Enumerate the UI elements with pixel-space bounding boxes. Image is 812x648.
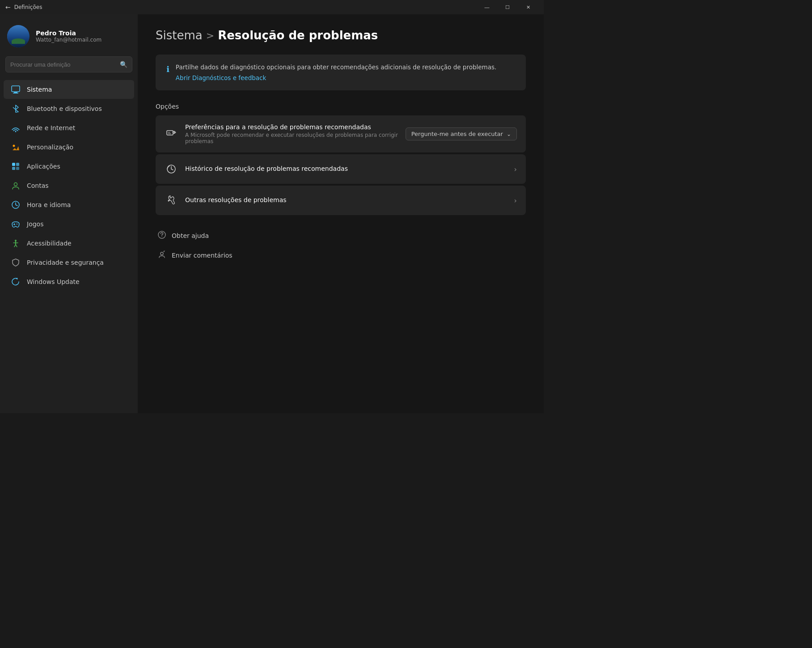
minimize-button[interactable]: —: [477, 0, 497, 14]
sidebar-item-label-privacidade: Privacidade e segurança: [27, 259, 104, 266]
search-box[interactable]: 🔍: [5, 56, 132, 72]
sidebar-item-label-acessibilidade: Acessibilidade: [27, 240, 72, 247]
obter-ajuda-link[interactable]: Obter ajuda: [156, 228, 526, 244]
app-title: Definições: [14, 4, 42, 10]
dropdown-arrow-icon: ⌄: [507, 131, 511, 137]
enviar-comentarios-link[interactable]: Enviar comentários: [156, 247, 526, 263]
privacy-icon: [11, 258, 21, 267]
option-subtitle-preferencias: A Microsoft pode recomendar e executar r…: [185, 132, 398, 144]
dropdown-value-preferencias: Pergunte-me antes de executar: [411, 131, 503, 137]
info-link[interactable]: Abrir Diagnósticos e feedback: [176, 74, 496, 81]
option-card-preferencias: Preferências para a resolução de problem…: [156, 115, 526, 152]
sidebar-item-sistema[interactable]: Sistema: [4, 80, 134, 99]
svg-rect-7: [12, 167, 15, 170]
user-email: Watto_fan@hotmail.com: [36, 37, 131, 43]
option-card-historico: Histórico de resolução de problemas reco…: [156, 154, 526, 184]
option-row-historico[interactable]: Histórico de resolução de problemas reco…: [156, 154, 526, 184]
close-button[interactable]: ✕: [518, 0, 538, 14]
sidebar: Pedro Troia Watto_fan@hotmail.com 🔍 Sist…: [0, 14, 138, 413]
sidebar-item-label-hora: Hora e idioma: [27, 201, 71, 208]
svg-point-18: [161, 236, 162, 237]
sidebar-item-update[interactable]: Windows Update: [4, 272, 134, 291]
section-title: Opções: [156, 103, 526, 110]
sidebar-item-label-personalizacao: Personalização: [27, 144, 73, 151]
user-profile[interactable]: Pedro Troia Watto_fan@hotmail.com: [0, 14, 138, 56]
content-area: Sistema > Resolução de problemas ℹ Parti…: [138, 14, 544, 413]
accessibility-icon: [11, 238, 21, 248]
option-row-outras[interactable]: Outras resoluções de problemas ›: [156, 186, 526, 215]
info-icon: ℹ: [166, 64, 169, 81]
help-icon: [157, 230, 166, 241]
history-icon: [165, 162, 178, 176]
app-container: Pedro Troia Watto_fan@hotmail.com 🔍 Sist…: [0, 14, 544, 413]
preferences-dropdown[interactable]: Pergunte-me antes de executar ⌄: [406, 127, 517, 140]
tools-icon: [165, 194, 178, 207]
sidebar-item-aplicacoes[interactable]: Aplicações: [4, 157, 134, 176]
personalization-icon: [11, 142, 21, 152]
sidebar-item-rede[interactable]: Rede e Internet: [4, 119, 134, 137]
bottom-actions: Obter ajuda Enviar comentários: [156, 228, 526, 263]
svg-rect-14: [167, 131, 173, 135]
option-text-outras: Outras resoluções de problemas: [185, 196, 507, 205]
option-row-preferencias[interactable]: Preferências para a resolução de problem…: [156, 115, 526, 152]
sidebar-item-label-aplicacoes: Aplicações: [27, 163, 60, 170]
breadcrumb-current: Resolução de problemas: [218, 29, 378, 42]
option-text-historico: Histórico de resolução de problemas reco…: [185, 165, 507, 174]
time-icon: [11, 200, 21, 210]
maximize-button[interactable]: ☐: [497, 0, 518, 14]
sidebar-item-label-rede: Rede e Internet: [27, 124, 75, 131]
svg-rect-5: [12, 163, 15, 166]
titlebar-controls: — ☐ ✕: [477, 0, 538, 14]
sidebar-item-label-bluetooth: Bluetooth e dispositivos: [27, 105, 102, 112]
chevron-outras-icon: ›: [514, 196, 517, 205]
obter-ajuda-label: Obter ajuda: [172, 232, 209, 239]
sidebar-item-label-update: Windows Update: [27, 278, 80, 285]
sidebar-item-jogos[interactable]: Jogos: [4, 215, 134, 233]
preferences-icon: [165, 127, 178, 141]
back-icon[interactable]: ←: [5, 4, 11, 11]
sidebar-item-label-sistema: Sistema: [27, 86, 52, 93]
svg-rect-2: [13, 93, 18, 94]
network-icon: [11, 123, 21, 133]
svg-rect-6: [16, 163, 19, 166]
gaming-icon: [11, 219, 21, 229]
sistema-icon: [11, 85, 21, 94]
svg-rect-0: [12, 86, 20, 92]
search-input[interactable]: [10, 61, 120, 68]
bluetooth-icon: [11, 104, 21, 114]
option-title-historico: Histórico de resolução de problemas reco…: [185, 165, 507, 172]
sidebar-item-contas[interactable]: Contas: [4, 176, 134, 195]
sidebar-item-bluetooth[interactable]: Bluetooth e dispositivos: [4, 99, 134, 118]
svg-point-3: [15, 131, 17, 132]
titlebar: ← Definições — ☐ ✕: [0, 0, 544, 14]
sidebar-item-label-jogos: Jogos: [27, 220, 43, 228]
info-text: Partilhe dados de diagnóstico opcionais …: [176, 64, 496, 71]
breadcrumb: Sistema > Resolução de problemas: [156, 29, 526, 42]
svg-point-12: [17, 224, 17, 224]
avatar: [7, 25, 30, 47]
breadcrumb-parent[interactable]: Sistema: [156, 29, 203, 42]
svg-point-19: [161, 252, 163, 255]
sidebar-item-personalizacao[interactable]: Personalização: [4, 138, 134, 157]
user-info: Pedro Troia Watto_fan@hotmail.com: [36, 30, 131, 43]
chevron-historico-icon: ›: [514, 165, 517, 174]
titlebar-left: ← Definições: [5, 4, 42, 11]
accounts-icon: [11, 181, 21, 191]
option-title-preferencias: Preferências para a resolução de problem…: [185, 123, 398, 131]
option-card-outras: Outras resoluções de problemas ›: [156, 186, 526, 215]
sidebar-item-label-contas: Contas: [27, 182, 49, 189]
search-icon: 🔍: [120, 61, 127, 68]
enviar-comentarios-label: Enviar comentários: [172, 252, 233, 259]
sidebar-item-acessibilidade[interactable]: Acessibilidade: [4, 234, 134, 253]
feedback-icon: [157, 250, 166, 261]
svg-point-9: [14, 183, 17, 186]
user-name: Pedro Troia: [36, 30, 131, 37]
sidebar-item-hora[interactable]: Hora e idioma: [4, 195, 134, 214]
sidebar-item-privacidade[interactable]: Privacidade e segurança: [4, 253, 134, 272]
option-text-preferencias: Preferências para a resolução de problem…: [185, 123, 398, 144]
option-title-outras: Outras resoluções de problemas: [185, 196, 507, 203]
svg-point-4: [13, 145, 15, 147]
apps-icon: [11, 161, 21, 171]
info-content: Partilhe dados de diagnóstico opcionais …: [176, 64, 496, 81]
info-box: ℹ Partilhe dados de diagnóstico opcionai…: [156, 55, 526, 90]
